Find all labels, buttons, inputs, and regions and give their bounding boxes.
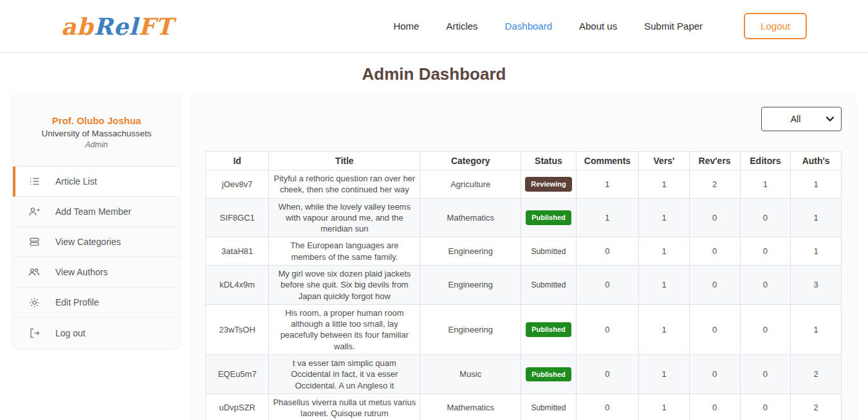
cell-id: EQEu5m7 [206,354,269,394]
cell-category: Engineering [420,265,521,304]
cell-title: His room, a proper human room although a… [269,304,420,354]
cell-editors: 0 [740,198,791,237]
cell-category: Agriculture [420,170,521,199]
person-plus-icon [28,206,40,217]
cell-vers: 1 [639,394,690,420]
cell-editors: 0 [740,304,791,354]
cell-title: Phasellus viverra nulla ut metus varius … [269,394,420,420]
filter-select[interactable]: All [761,107,842,131]
category-filter-wrap: All [761,107,842,131]
sidebar-item-label: Edit Profile [55,297,99,307]
site-logo[interactable]: abRelFT [61,13,173,40]
cell-revers: 2 [689,170,740,199]
cell-vers: 1 [639,170,690,199]
sidebar-item-label: View Categories [55,237,121,247]
table-row: SIF8GC1When, while the lovely valley tee… [206,198,842,237]
cell-editors: 0 [740,394,791,420]
profile-name: Prof. Olubo Joshua [19,115,174,126]
sidebar-item-label: Article List [55,176,97,187]
content-area: Prof. Olubo Joshua University of Massach… [0,93,868,420]
articles-table: IdTitleCategoryStatusCommentsVers'Rev'er… [205,151,842,420]
sidebar-item-label: Add Team Member [55,206,131,217]
column-header-status: Status [521,152,576,170]
cell-editors: 0 [740,237,791,266]
cell-vers: 1 [639,265,690,304]
profile-role: Admin [19,140,174,149]
cell-title: My girl wove six dozen plaid jackets bef… [269,265,420,304]
cell-category: Engineering [420,237,521,266]
sidebar-menu: Article ListAdd Team MemberView Categori… [13,167,180,348]
cell-status: Submitted [521,394,576,420]
nav-item-about-us[interactable]: About us [579,21,617,32]
cell-category: Music [420,354,521,394]
cell-auths: 1 [791,198,842,237]
sidebar-item-view-authors[interactable]: View Authors [13,257,180,288]
articles-panel: All IdTitleCategoryStatusCommentsVers'Re… [192,93,855,420]
column-header-editors: Editors [740,152,791,170]
gear-icon [28,297,40,308]
table-row: EQEu5m7t va esser tam simplic quam Occid… [206,354,842,394]
cell-auths: 2 [791,394,842,420]
sidebar-item-log-out[interactable]: Log out [13,318,180,348]
status-badge-published: Published [526,322,571,337]
column-header-title: Title [269,152,420,170]
sidebar-item-view-categories[interactable]: View Categories [13,227,180,257]
cell-status: Published [521,304,576,354]
column-header-id: Id [206,152,269,170]
cell-editors: 0 [740,265,791,304]
nav-item-articles[interactable]: Articles [446,21,477,32]
table-row: jOev8v7Pityful a rethoric question ran o… [206,170,842,199]
status-badge-reviewing: Reviewing [525,177,571,192]
articles-table-head: IdTitleCategoryStatusCommentsVers'Rev'er… [206,152,842,170]
cell-status: Submitted [521,237,576,266]
cell-editors: 1 [740,170,791,199]
cell-comments: 0 [576,237,639,266]
cell-comments: 1 [576,198,639,237]
column-header-revers: Rev'ers [689,152,740,170]
status-text-submitted: Submitted [531,280,566,289]
cell-comments: 0 [576,304,639,354]
cell-vers: 1 [639,237,690,266]
table-header-row: IdTitleCategoryStatusCommentsVers'Rev'er… [206,152,842,170]
nav-links: Home Articles Dashboard About us Submit … [393,13,807,39]
page-title: Admin Dashboard [0,64,868,84]
cell-id: jOev8v7 [206,170,269,199]
sidebar: Prof. Olubo Joshua University of Massach… [13,93,180,348]
logo-part-1: ab [61,13,94,40]
cell-category: Mathematics [420,198,521,237]
cell-title: When, while the lovely valley teems with… [269,198,420,237]
status-text-submitted: Submitted [531,403,566,412]
sidebar-item-article-list[interactable]: Article List [13,167,180,197]
articles-table-body: jOev8v7Pityful a rethoric question ran o… [206,170,842,420]
profile-card: Prof. Olubo Joshua University of Massach… [13,93,180,167]
sidebar-item-edit-profile[interactable]: Edit Profile [13,288,180,318]
cell-vers: 1 [639,354,690,394]
cell-category: Mathematics [420,394,521,420]
people-icon [28,266,40,278]
status-text-submitted: Submitted [531,247,566,256]
cell-title: t va esser tam simplic quam Occidental i… [269,354,420,394]
cell-auths: 1 [791,237,842,266]
nav-item-submit-paper[interactable]: Submit Paper [644,21,703,32]
logo-part-3: FT [138,13,173,40]
cell-title: Pityful a rethoric question ran over her… [269,170,420,199]
cell-revers: 0 [689,354,740,394]
cell-title: The European languages are members of th… [269,237,420,266]
cell-category: Engineering [420,304,521,354]
sidebar-item-add-team-member[interactable]: Add Team Member [13,197,180,227]
logout-button[interactable]: Logout [744,13,807,39]
nav-item-dashboard[interactable]: Dashboard [505,21,552,32]
status-badge-published: Published [526,210,571,225]
cell-id: 3ataH81 [206,237,269,266]
cell-vers: 1 [639,304,690,354]
cell-status: Published [521,198,576,237]
nav-item-home[interactable]: Home [393,21,419,32]
stack-icon [28,236,40,248]
table-row: 3ataH81The European languages are member… [206,237,842,266]
cell-comments: 1 [576,170,639,199]
cell-revers: 0 [689,394,740,420]
cell-auths: 1 [791,304,842,354]
table-row: uDvpSZRPhasellus viverra nulla ut metus … [206,394,842,420]
logo-part-2: Rel [94,13,139,40]
cell-id: 23wTsOH [206,304,269,354]
